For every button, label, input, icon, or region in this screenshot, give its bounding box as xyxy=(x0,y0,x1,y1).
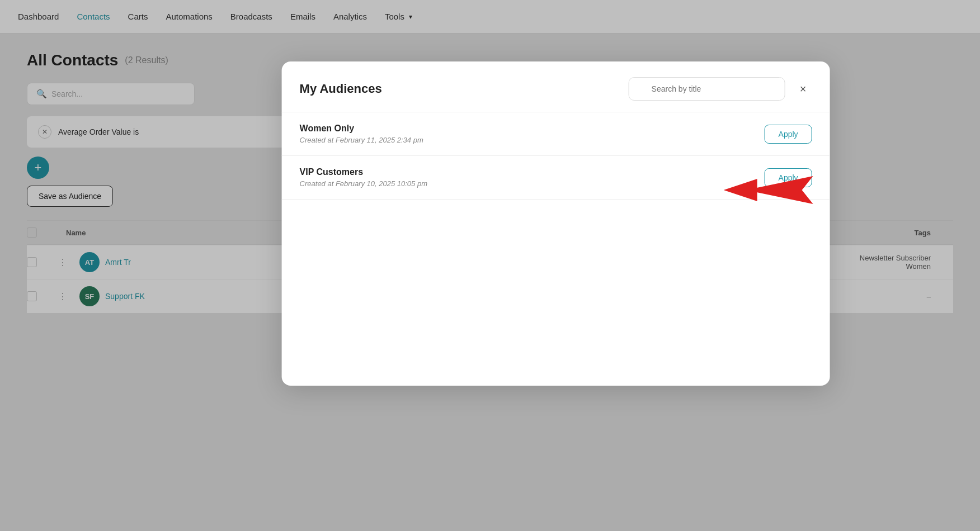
audience-created-0: Created at February 11, 2025 2:34 pm xyxy=(300,136,423,144)
modal-search-input[interactable] xyxy=(629,77,785,101)
modal-search-wrap: 🔍 xyxy=(629,77,785,101)
modal-close-button[interactable]: × xyxy=(794,80,812,98)
apply-button-1[interactable]: Apply xyxy=(765,168,812,187)
modal-header-right: 🔍 × xyxy=(629,77,812,101)
apply-button-0[interactable]: Apply xyxy=(765,125,812,144)
audience-item-1: VIP Customers Created at February 10, 20… xyxy=(282,156,830,200)
audience-info-1: VIP Customers Created at February 10, 20… xyxy=(300,167,427,188)
audience-item-0: Women Only Created at February 11, 2025 … xyxy=(282,112,830,156)
modal-header: My Audiences 🔍 × xyxy=(282,61,830,112)
modal-title: My Audiences xyxy=(300,82,382,96)
audience-created-1: Created at February 10, 2025 10:05 pm xyxy=(300,179,427,188)
audience-info-0: Women Only Created at February 11, 2025 … xyxy=(300,124,423,144)
audience-name-0: Women Only xyxy=(300,124,423,134)
audience-name-1: VIP Customers xyxy=(300,167,427,177)
my-audiences-modal: My Audiences 🔍 × Women Only Created at F… xyxy=(282,61,830,386)
